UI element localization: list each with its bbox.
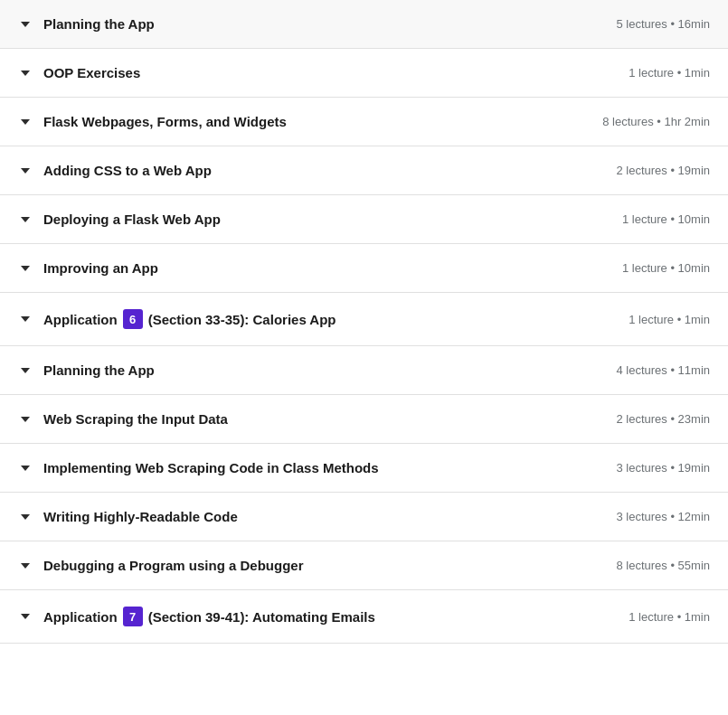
course-title: Planning the App (43, 16, 155, 32)
chevron-down-icon (18, 466, 33, 471)
course-list: Planning the App5 lectures • 16minOOP Ex… (0, 0, 728, 644)
chevron-down-icon (18, 316, 33, 322)
course-meta: 8 lectures • 1hr 2min (602, 115, 710, 128)
course-item-left: Implementing Web Scraping Code in Class … (18, 460, 598, 475)
course-title: Web Scraping the Input Data (43, 411, 228, 427)
course-meta: 2 lectures • 19min (616, 164, 710, 177)
course-meta: 3 lectures • 12min (616, 510, 710, 523)
course-item[interactable]: Web Scraping the Input Data2 lectures • … (0, 395, 728, 444)
course-meta: 1 lecture • 1min (629, 66, 710, 80)
course-item[interactable]: Adding CSS to a Web App2 lectures • 19mi… (0, 146, 728, 195)
course-title: OOP Exercises (43, 65, 140, 80)
course-title: Writing Highly-Readable Code (43, 509, 238, 524)
chevron-down-icon (18, 266, 33, 271)
course-meta: 2 lectures • 23min (616, 412, 710, 426)
course-meta: 3 lectures • 19min (616, 461, 710, 475)
course-title: Deploying a Flask Web App (43, 212, 221, 227)
course-meta: 1 lecture • 1min (629, 610, 710, 624)
course-item-left: Application7(Section 39-41): Automating … (18, 607, 610, 626)
course-item[interactable]: Planning the App4 lectures • 11min (0, 346, 728, 395)
chevron-down-icon (18, 71, 33, 76)
course-item-left: Improving an App (18, 260, 604, 276)
course-item-left: Application6(Section 33-35): Calories Ap… (18, 309, 610, 329)
course-item-left: Planning the App (18, 16, 598, 32)
course-meta: 5 lectures • 16min (616, 17, 710, 31)
course-badge: 6 (123, 309, 143, 329)
course-item[interactable]: Debugging a Program using a Debugger8 le… (0, 541, 728, 590)
course-title: Planning the App (43, 362, 155, 378)
course-item[interactable]: OOP Exercises1 lecture • 1min (0, 49, 728, 98)
course-meta: 8 lectures • 55min (616, 559, 710, 572)
chevron-down-icon (18, 119, 33, 125)
course-item-left: Web Scraping the Input Data (18, 411, 598, 427)
chevron-down-icon (18, 514, 33, 520)
course-item[interactable]: Application7(Section 39-41): Automating … (0, 590, 728, 644)
chevron-down-icon (18, 614, 33, 619)
course-item[interactable]: Writing Highly-Readable Code3 lectures •… (0, 493, 728, 541)
course-badge: 7 (123, 607, 143, 626)
course-meta: 1 lecture • 1min (629, 313, 710, 326)
chevron-down-icon (18, 563, 33, 569)
chevron-down-icon (18, 22, 33, 27)
course-title-before: Application (43, 312, 118, 327)
course-title: Adding CSS to a Web App (43, 163, 212, 178)
course-item-left: Flask Webpages, Forms, and Widgets (18, 114, 584, 129)
course-title: Application7(Section 39-41): Automating … (43, 607, 375, 626)
course-item[interactable]: Planning the App5 lectures • 16min (0, 0, 728, 49)
course-item-left: Deploying a Flask Web App (18, 212, 604, 227)
chevron-down-icon (18, 168, 33, 174)
course-title: Improving an App (43, 260, 158, 276)
course-item[interactable]: Improving an App1 lecture • 10min (0, 244, 728, 293)
course-item-left: Adding CSS to a Web App (18, 163, 598, 178)
course-title: Flask Webpages, Forms, and Widgets (43, 114, 287, 129)
chevron-down-icon (18, 217, 33, 222)
course-title: Application6(Section 33-35): Calories Ap… (43, 309, 336, 329)
course-title-before: Application (43, 609, 118, 625)
chevron-down-icon (18, 368, 33, 373)
course-item-left: Writing Highly-Readable Code (18, 509, 598, 524)
course-item-left: Debugging a Program using a Debugger (18, 558, 598, 573)
course-title-after: (Section 33-35): Calories App (148, 312, 336, 327)
course-title: Debugging a Program using a Debugger (43, 558, 304, 573)
course-title-after: (Section 39-41): Automating Emails (148, 609, 375, 625)
course-meta: 1 lecture • 10min (622, 261, 710, 275)
course-meta: 4 lectures • 11min (616, 363, 710, 377)
course-item-left: Planning the App (18, 362, 598, 378)
chevron-down-icon (18, 417, 33, 422)
course-item[interactable]: Deploying a Flask Web App1 lecture • 10m… (0, 195, 728, 244)
course-title: Implementing Web Scraping Code in Class … (43, 460, 379, 475)
course-item[interactable]: Application6(Section 33-35): Calories Ap… (0, 293, 728, 346)
course-item[interactable]: Flask Webpages, Forms, and Widgets8 lect… (0, 98, 728, 146)
course-item-left: OOP Exercises (18, 65, 610, 80)
course-meta: 1 lecture • 10min (622, 212, 710, 226)
course-item[interactable]: Implementing Web Scraping Code in Class … (0, 444, 728, 493)
